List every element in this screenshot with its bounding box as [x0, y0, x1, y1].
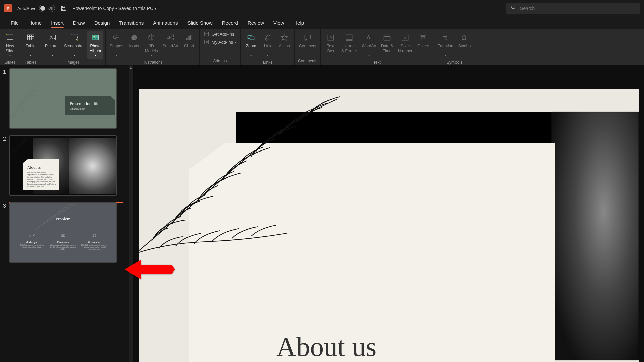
tab-slide-show[interactable]: Slide Show: [182, 18, 217, 28]
autosave-label: AutoSave: [17, 6, 36, 11]
svg-rect-22: [205, 40, 209, 44]
svg-rect-34: [421, 37, 425, 39]
ribbon-group-label: Comments: [296, 58, 320, 65]
date-time-button[interactable]: Date & Time: [379, 31, 395, 55]
equation-button[interactable]: πEquation▾: [435, 31, 455, 59]
link-button[interactable]: Link▾: [260, 31, 276, 59]
svg-rect-3: [27, 35, 34, 40]
tab-draw[interactable]: Draw: [68, 18, 90, 28]
chart-icon: [184, 32, 195, 43]
chevron-down-icon: ▾: [116, 54, 117, 57]
tab-insert[interactable]: Insert: [46, 18, 68, 28]
wordart-button[interactable]: AWordArt▾: [360, 31, 378, 59]
svg-point-5: [50, 36, 52, 38]
svg-text:+: +: [77, 39, 78, 42]
svg-rect-19: [188, 36, 190, 40]
toggle-knob: [40, 6, 45, 11]
shapes-button[interactable]: Shapes▾: [108, 31, 125, 59]
tab-review[interactable]: Review: [243, 18, 269, 28]
slide-thumbnail-panel[interactable]: ▲ 1 Presentation title Mirjam Nilsson 2 …: [0, 65, 133, 362]
icons-icon: [129, 32, 140, 43]
action-button[interactable]: Action: [276, 31, 292, 50]
tab-animations[interactable]: Animations: [148, 18, 182, 28]
autosave-group: AutoSave Off: [17, 5, 55, 12]
svg-text:A: A: [366, 35, 370, 40]
symbol-button[interactable]: ΩSymbol: [456, 31, 474, 50]
chevron-down-icon: ▾: [250, 54, 252, 57]
new-slide-button[interactable]: New Slide▾: [2, 31, 18, 59]
svg-rect-4: [49, 35, 55, 40]
save-icon[interactable]: [60, 5, 67, 12]
my-addins-button[interactable]: My Add-ins ▾: [204, 39, 236, 45]
thumbnail-slide-3[interactable]: Problem Market gap 46% of products on th…: [9, 202, 117, 263]
slide3-col-3: Customers 62% of US consumers spend mone…: [81, 233, 108, 250]
slide1-subtitle: Mirjam Nilsson: [70, 108, 115, 110]
chevron-down-icon: ▾: [235, 41, 236, 44]
text-box-button[interactable]: AText Box: [323, 31, 339, 55]
thumbnail-slide-1[interactable]: Presentation title Mirjam Nilsson: [9, 68, 117, 129]
search-input[interactable]: [520, 6, 635, 11]
shapes-icon: [111, 32, 122, 43]
thumbnail-slide-2[interactable]: About us At Contoso, we empower organiza…: [9, 135, 117, 196]
slide-number-button[interactable]: #Slide Number: [396, 31, 415, 55]
chart-button[interactable]: Chart: [181, 31, 197, 50]
slide2-image-right: [69, 138, 116, 194]
icons-button[interactable]: Icons: [126, 31, 142, 50]
object-button[interactable]: Object: [415, 31, 431, 50]
new-slide-icon: [5, 32, 15, 43]
ribbon-group-images: Pictures▾ + Screenshot▾ Photo Album ▾ Im…: [41, 29, 106, 65]
svg-point-9: [93, 36, 95, 37]
svg-point-40: [95, 234, 96, 235]
ribbon-group-slides: New Slide▾ Slides: [0, 29, 20, 65]
zoom-button[interactable]: Zoom▾: [243, 31, 259, 59]
svg-rect-18: [186, 38, 188, 40]
3d-models-icon: [146, 32, 157, 43]
ribbon-group-symbols: πEquation▾ ΩSymbol Symbols: [433, 29, 475, 65]
smartart-button[interactable]: SmartArt: [160, 31, 180, 50]
comment-button[interactable]: Comment: [297, 31, 318, 50]
svg-text:Ω: Ω: [462, 34, 466, 41]
chevron-down-icon: ▾: [74, 54, 75, 57]
autosave-state-text: Off: [48, 7, 53, 10]
3d-models-button[interactable]: 3D Models ▾: [143, 31, 160, 59]
photo-album-icon: [90, 32, 101, 43]
photo-album-button[interactable]: Photo Album ▾: [87, 31, 103, 59]
get-addins-button[interactable]: Get Add-ins: [204, 31, 236, 37]
wordart-icon: A: [364, 32, 374, 43]
screenshot-button[interactable]: + Screenshot▾: [62, 31, 87, 59]
tab-design[interactable]: Design: [90, 18, 115, 28]
svg-point-10: [114, 35, 117, 39]
document-title[interactable]: PowerPoint to Copy • Saved to this PC ▾: [72, 6, 156, 11]
header-footer-button[interactable]: Header & Footer: [339, 31, 359, 55]
svg-marker-41: [125, 260, 175, 279]
tab-help[interactable]: Help: [289, 18, 309, 28]
slide-editor-canvas[interactable]: About us: [133, 65, 644, 362]
search-box[interactable]: [506, 3, 640, 14]
svg-text:#: #: [404, 36, 406, 40]
pictures-button[interactable]: Pictures▾: [43, 31, 61, 59]
slide2-body: At Contoso, we empower organizations to …: [27, 171, 56, 188]
thumbnail-row: 2 About us At Contoso, we empower organi…: [1, 135, 131, 196]
thumbnail-row: 1 Presentation title Mirjam Nilsson: [1, 68, 131, 129]
svg-rect-37: [61, 234, 65, 237]
market-gap-icon: [29, 233, 35, 238]
current-slide[interactable]: About us: [139, 89, 639, 362]
autosave-toggle[interactable]: Off: [39, 5, 55, 12]
svg-text:A: A: [330, 35, 333, 40]
slide-title-text[interactable]: About us: [276, 331, 376, 362]
ribbon-tabs: File Home Insert Draw Design Transitions…: [0, 17, 644, 29]
text-box-icon: A: [325, 32, 336, 43]
tab-view[interactable]: View: [269, 18, 289, 28]
tab-file[interactable]: File: [6, 18, 23, 28]
svg-point-38: [62, 235, 63, 236]
tab-transitions[interactable]: Transitions: [114, 18, 148, 28]
slide3-title: Problem: [10, 216, 116, 222]
ribbon-group-label: Add-ins: [200, 58, 240, 65]
table-button[interactable]: Table▾: [22, 31, 39, 59]
slide-number-icon: #: [400, 32, 411, 43]
table-icon: [25, 32, 36, 43]
chevron-down-icon: ▾: [9, 54, 11, 57]
smartart-icon: [165, 32, 176, 43]
tab-home[interactable]: Home: [23, 18, 46, 28]
tab-record[interactable]: Record: [217, 18, 243, 28]
